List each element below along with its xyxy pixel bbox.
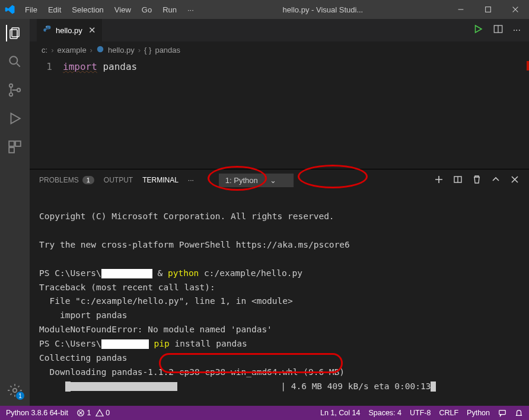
chevron-down-icon: ⌄	[258, 176, 276, 185]
tab-label: hello.py	[56, 26, 82, 35]
close-panel-icon[interactable]	[510, 175, 520, 186]
breadcrumb-part[interactable]: hello.py	[108, 46, 135, 54]
chevron-right-icon: ›	[138, 46, 141, 54]
status-errors[interactable]: 1 0	[77, 409, 110, 418]
progress-start	[65, 381, 71, 392]
svg-point-3	[9, 56, 17, 64]
svg-point-10	[13, 389, 17, 393]
run-debug-icon[interactable]	[7, 110, 23, 127]
terminal-selector[interactable]: 1: Python⌄	[219, 174, 294, 187]
search-icon[interactable]	[7, 53, 23, 70]
chevron-right-icon: ›	[90, 46, 93, 54]
window-minimize-button[interactable]	[447, 0, 474, 19]
activity-bar: 1	[0, 19, 30, 406]
svg-rect-8	[15, 141, 21, 146]
explorer-icon[interactable]	[6, 25, 23, 41]
braces-icon: { }	[144, 46, 151, 54]
svg-rect-16	[499, 411, 506, 415]
svg-point-13	[97, 46, 104, 53]
python-file-icon	[96, 45, 104, 55]
menu-more[interactable]: ···	[183, 3, 199, 17]
progress-bar	[71, 382, 177, 391]
menu-selection[interactable]: Selection	[67, 3, 108, 17]
panel-tab-problems[interactable]: PROBLEMS 1	[39, 176, 94, 184]
panel-tab-more[interactable]: ···	[188, 176, 194, 184]
feedback-icon[interactable]	[498, 409, 506, 418]
split-editor-icon[interactable]	[493, 24, 503, 37]
new-terminal-icon[interactable]	[434, 175, 444, 186]
status-eol[interactable]: CRLF	[439, 409, 458, 417]
title-bar: File Edit Selection View Go Run ··· hell…	[0, 0, 529, 19]
svg-rect-9	[9, 148, 14, 153]
close-tab-icon[interactable]: ✕	[88, 25, 96, 36]
redacted-text	[101, 339, 149, 349]
status-bar: Python 3.8.6 64-bit 1 0 Ln 1, Col 14 Spa…	[0, 406, 529, 420]
kill-terminal-icon[interactable]	[472, 175, 482, 186]
settings-icon[interactable]: 1	[7, 382, 23, 399]
menu-bar: File Edit Selection View Go Run ···	[20, 3, 199, 17]
terminal-output[interactable]: Copyright (C) Microsoft Corporation. All…	[30, 191, 529, 406]
svg-point-11	[46, 26, 46, 27]
status-language[interactable]: Python	[467, 409, 490, 417]
editor-tab-hello[interactable]: hello.py ✕	[37, 19, 103, 41]
split-terminal-icon[interactable]	[453, 175, 463, 186]
main-area: 1 hello.py ✕ ··· c:	[0, 19, 529, 406]
panel-tab-terminal[interactable]: TERMINAL	[142, 176, 179, 184]
breadcrumb-part[interactable]: example	[57, 46, 86, 54]
vscode-logo-icon	[5, 4, 15, 15]
settings-badge: 1	[16, 392, 24, 400]
svg-point-5	[9, 93, 12, 96]
python-file-icon	[43, 25, 52, 36]
breadcrumb-part[interactable]: pandas	[155, 46, 180, 54]
source-control-icon[interactable]	[7, 82, 23, 98]
menu-run[interactable]: Run	[158, 3, 181, 17]
menu-view[interactable]: View	[110, 3, 136, 17]
status-cursor[interactable]: Ln 1, Col 14	[320, 409, 360, 417]
editor-tabs: hello.py ✕ ···	[30, 19, 529, 41]
run-file-icon[interactable]	[473, 24, 483, 37]
svg-rect-7	[9, 141, 14, 146]
window-title: hello.py - Visual Studi...	[199, 5, 447, 14]
problems-count-badge: 1	[82, 176, 94, 184]
svg-rect-0	[486, 7, 491, 12]
svg-point-4	[9, 84, 12, 87]
line-gutter: 1	[30, 59, 63, 169]
status-spaces[interactable]: Spaces: 4	[368, 409, 401, 417]
panel: PROBLEMS 1 OUTPUT TERMINAL ··· 1: Python…	[30, 169, 529, 406]
breadcrumb[interactable]: c: › example › hello.py › { } pandas	[30, 41, 529, 59]
svg-point-6	[17, 88, 20, 91]
status-interpreter[interactable]: Python 3.8.6 64-bit	[6, 409, 68, 417]
redacted-text	[101, 269, 152, 278]
more-actions-icon[interactable]: ···	[513, 25, 521, 36]
code-editor[interactable]: 1 import pandas	[30, 59, 529, 169]
minimap-error-marker	[527, 61, 529, 70]
panel-tabbar: PROBLEMS 1 OUTPUT TERMINAL ··· 1: Python…	[30, 169, 529, 191]
chevron-right-icon: ›	[51, 46, 53, 54]
panel-tab-output[interactable]: OUTPUT	[104, 176, 133, 184]
editor-area: hello.py ✕ ··· c: › example › hello.py ›…	[30, 19, 529, 406]
menu-edit[interactable]: Edit	[43, 3, 66, 17]
window-close-button[interactable]	[502, 0, 529, 19]
window-maximize-button[interactable]	[474, 0, 502, 19]
terminal-cursor	[431, 381, 436, 392]
extensions-icon[interactable]	[7, 139, 23, 155]
bell-icon[interactable]	[515, 409, 523, 418]
status-encoding[interactable]: UTF-8	[410, 409, 431, 417]
menu-go[interactable]: Go	[137, 3, 157, 17]
breadcrumb-part[interactable]: c:	[42, 46, 47, 54]
maximize-panel-icon[interactable]	[491, 175, 501, 186]
menu-file[interactable]: File	[20, 3, 42, 17]
code-line[interactable]: import pandas	[63, 59, 137, 169]
